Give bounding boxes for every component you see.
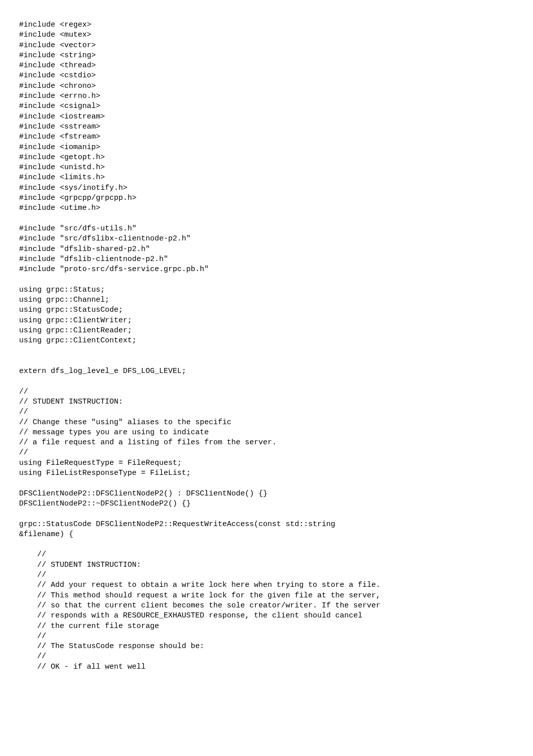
source-code-block: #include <regex> #include <mutex> #inclu… [0,0,533,692]
